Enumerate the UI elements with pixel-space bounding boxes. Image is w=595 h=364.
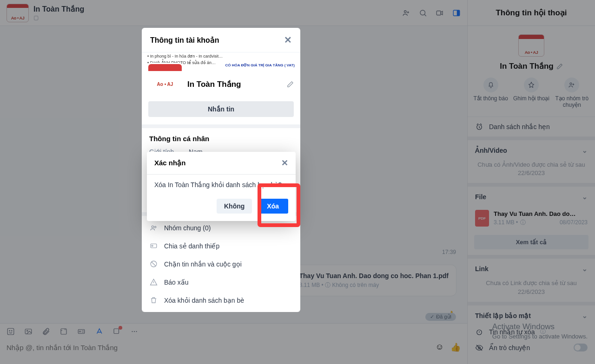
- confirm-modal: Xác nhận✕ Xóa In Toàn Thắng khỏi danh sá…: [147, 152, 296, 221]
- edit-icon[interactable]: [287, 81, 294, 88]
- warning-icon: [149, 278, 158, 286]
- group-icon: [149, 224, 158, 232]
- confirm-message: Xóa In Toàn Thắng khỏi danh sách bạn bè?: [147, 175, 296, 195]
- close-icon[interactable]: ✕: [284, 34, 292, 46]
- block-icon: [149, 260, 158, 268]
- card-icon: [149, 242, 158, 250]
- personal-info-heading: Thông tin cá nhân: [149, 135, 293, 143]
- profile-avatar[interactable]: Ao • AJ: [148, 64, 182, 89]
- modal-title: Thông tin tài khoản: [150, 36, 219, 45]
- svg-point-24: [152, 245, 153, 247]
- svg-point-21: [152, 226, 153, 228]
- block-contact[interactable]: Chặn tin nhắn và cuộc gọi: [142, 255, 300, 273]
- close-icon[interactable]: ✕: [281, 158, 288, 168]
- mutual-groups[interactable]: Nhóm chung (0): [142, 219, 300, 237]
- share-card[interactable]: Chia sẻ danh thiếp: [142, 237, 300, 255]
- trash-icon: [149, 296, 158, 304]
- report-contact[interactable]: Báo xấu: [142, 273, 300, 291]
- cancel-button[interactable]: Không: [217, 199, 252, 214]
- delete-button[interactable]: Xóa: [258, 199, 288, 214]
- confirm-title: Xác nhận: [154, 159, 185, 167]
- svg-point-22: [154, 226, 156, 228]
- remove-friend[interactable]: Xóa khỏi danh sách bạn bè: [142, 291, 300, 309]
- profile-name: In Toàn Thắng: [187, 79, 281, 89]
- message-button[interactable]: Nhắn tin: [148, 101, 294, 117]
